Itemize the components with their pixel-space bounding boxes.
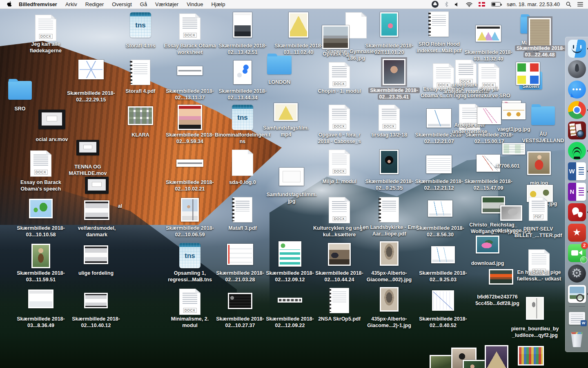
icon-label: Svar på Lorenzkurve SRO bbox=[468, 86, 510, 99]
file-icon: tns bbox=[232, 105, 253, 130]
dock-finder-icon[interactable] bbox=[568, 40, 586, 58]
dock-preview-icon[interactable] bbox=[568, 285, 586, 303]
menu-hjælp[interactable]: Hjælp bbox=[207, 1, 229, 7]
file-icon bbox=[330, 288, 349, 313]
dock-spotify-icon[interactable] bbox=[568, 142, 586, 160]
dock-chrome-icon[interactable] bbox=[568, 101, 586, 119]
image-thumbnail bbox=[502, 103, 526, 119]
image-thumbnail bbox=[476, 236, 499, 254]
icon-label-wrap: sda-0.log.0 bbox=[222, 179, 263, 186]
icon-label-wrap: Skærmbillede 2018-02...12.09.22 bbox=[263, 316, 316, 329]
dock-facetime-icon[interactable]: 2 bbox=[568, 244, 586, 262]
active-app-name[interactable]: Billedfremviser bbox=[15, 1, 61, 7]
dock-minimized-document-icon[interactable] bbox=[568, 310, 586, 328]
file-icon bbox=[233, 197, 252, 222]
finder-icon bbox=[568, 40, 586, 58]
icon-label: Skærmbillede 2018-03...22.46.48 bbox=[515, 45, 566, 58]
kiwi-mail-icon bbox=[568, 203, 586, 221]
icon-label-wrap: Miljø 1. modul bbox=[317, 178, 362, 185]
dock-wunderlist-icon[interactable] bbox=[568, 224, 586, 242]
icon-label-wrap: I en Landsbykirke - Emil Aar...liope.pdf bbox=[359, 224, 420, 237]
menu-bar-clock[interactable]: søn. 18. mar. 22.53.40 bbox=[507, 1, 560, 7]
wifi-icon[interactable] bbox=[466, 2, 472, 7]
icon-label-wrap: LONDON bbox=[261, 79, 298, 85]
icon-label-wrap: Skærmbillede 2018-02...13.44.34 bbox=[216, 88, 269, 101]
dock-onenote-icon[interactable] bbox=[568, 183, 586, 201]
icon-label-wrap: Skærmbillede 2018-02...8.56.30 bbox=[414, 225, 467, 238]
image-thumbnail bbox=[228, 293, 252, 309]
icon-label: Skærmbillede 2018-02...10.44.24 bbox=[315, 270, 363, 283]
app-status-icon[interactable] bbox=[432, 1, 439, 8]
notification-center-icon[interactable] bbox=[577, 2, 583, 7]
icon-label-wrap: PRINT-SELV BILLET_...TTER.pdf bbox=[512, 226, 565, 239]
icon-label-wrap: 435px-Alberto-Giacome...002).jpg bbox=[362, 270, 417, 283]
menu-rediger[interactable]: Rediger bbox=[81, 1, 108, 7]
spotify-icon bbox=[568, 142, 586, 160]
icon-label: 2NSA SkrOp5.pdf bbox=[318, 316, 361, 322]
icon-label: Skærmbillede 2018-02...12.09.22 bbox=[266, 316, 314, 328]
icon-label: Matafl 3.pdf bbox=[228, 225, 256, 231]
menu-oversigt[interactable]: Oversigt bbox=[108, 1, 136, 7]
menu-værktøjer[interactable]: Værktøjer bbox=[151, 1, 183, 7]
icon-label: tirsdag 13/2-18 bbox=[371, 132, 407, 138]
spotlight-icon[interactable] bbox=[566, 2, 571, 7]
dock-word-icon[interactable] bbox=[568, 162, 586, 180]
icon-label-wrap: tirsdag 13/2-18 bbox=[365, 132, 414, 138]
file-icon bbox=[232, 150, 253, 176]
icon-label-wrap: ocial arv.mov bbox=[27, 136, 76, 143]
dock: 2 bbox=[565, 37, 588, 352]
file-type-badge: DOCX bbox=[333, 124, 346, 129]
input-language-flag-icon[interactable] bbox=[479, 2, 485, 7]
notification-badge: 2 bbox=[581, 242, 588, 249]
desktop-icon-layer: DOCXJeg kan alle flødekagernetnsStorafl … bbox=[0, 0, 588, 368]
icon-label-wrap: Jeg kan alle flødekagerne bbox=[23, 41, 69, 54]
preview-icon bbox=[568, 285, 586, 303]
dock-messages-icon[interactable] bbox=[568, 81, 586, 99]
file-type-badge: DOCX bbox=[333, 169, 346, 174]
icon-label: Skærmbillede 2018-02...8.56.30 bbox=[416, 225, 464, 238]
facetime-phone-badge bbox=[580, 256, 587, 263]
dock-kiwi-mail-icon[interactable] bbox=[568, 203, 586, 221]
menu-bar: Billedfremviser ArkivRedigerOversigtGåVæ… bbox=[0, 0, 588, 9]
image-thumbnail bbox=[28, 289, 53, 308]
icon-label: Skærmbillede 2018-02...9.25.03 bbox=[419, 270, 467, 283]
icon-label-wrap: Skærmbillede 2018-03...8.36.49 bbox=[14, 316, 67, 329]
icon-label-wrap: Chopin - 1. modul bbox=[313, 88, 365, 94]
icon-label: Skærmbillede 2018-02...11.01.20 bbox=[365, 43, 413, 55]
icon-label: Skærmbillede 2018-02...0.40.52 bbox=[419, 316, 467, 328]
image-thumbnail bbox=[84, 245, 108, 264]
dock-launchpad-icon[interactable] bbox=[568, 60, 586, 78]
icon-label: SRO Robin Hood indekset...MaB.pdf bbox=[416, 41, 461, 54]
volume-icon[interactable] bbox=[454, 2, 460, 7]
menu-gå[interactable]: Gå bbox=[136, 1, 151, 7]
icon-label: Skærmbillede 2018-02...0.25.35 bbox=[365, 179, 413, 191]
icon-label-wrap: al bbox=[114, 203, 126, 209]
icon-label-wrap: Skærmbillede 2018-02...22.29.15 bbox=[65, 90, 118, 103]
icon-label-wrap: En hyldest til pige fællessk...- udkast bbox=[512, 269, 567, 282]
icon-label: Opgave 6 - fora_r 2018 - Cabosse_s bbox=[318, 132, 361, 144]
icon-label-wrap: 435px-Alberto-Giacome...2)-1.jpg bbox=[362, 316, 417, 329]
file-icon: DOCX bbox=[329, 62, 350, 88]
file-icon: DOCX bbox=[329, 197, 350, 223]
wunderlist-icon bbox=[568, 224, 586, 242]
menu-vindue[interactable]: Vindue bbox=[183, 1, 207, 7]
image-thumbnail bbox=[485, 345, 508, 368]
battery-icon[interactable] bbox=[491, 2, 501, 7]
icon-label-wrap: Skærmbillede 2018-02...10.40.12 bbox=[69, 316, 122, 329]
bluetooth-icon[interactable] bbox=[445, 2, 448, 7]
icon-label: Skærmbillede 2018-03...8.36.49 bbox=[17, 316, 65, 328]
image-thumbnail bbox=[500, 205, 522, 221]
icon-label: Storafl 4.tns bbox=[126, 43, 155, 49]
icon-label: PRINT-SELV BILLET_...TTER.pdf bbox=[514, 226, 562, 238]
file-type-badge: DOCX bbox=[183, 308, 197, 313]
dock-photo-booth-icon[interactable] bbox=[568, 121, 586, 139]
dock-trash-icon[interactable] bbox=[568, 330, 586, 348]
icon-label-wrap: Skærmbillede 2018-02...10.27.37 bbox=[214, 316, 267, 329]
apple-menu[interactable] bbox=[4, 1, 15, 7]
image-thumbnail bbox=[289, 12, 308, 38]
icon-label-wrap: Skærmbillede 2018-02...9.59.34 bbox=[163, 132, 216, 145]
icon-label-wrap: Samfundsfagsfilmm.jpg bbox=[266, 191, 317, 204]
menu-arkiv[interactable]: Arkiv bbox=[61, 1, 81, 7]
image-thumbnail bbox=[463, 360, 486, 368]
dock-system-preferences-icon[interactable] bbox=[568, 265, 586, 283]
